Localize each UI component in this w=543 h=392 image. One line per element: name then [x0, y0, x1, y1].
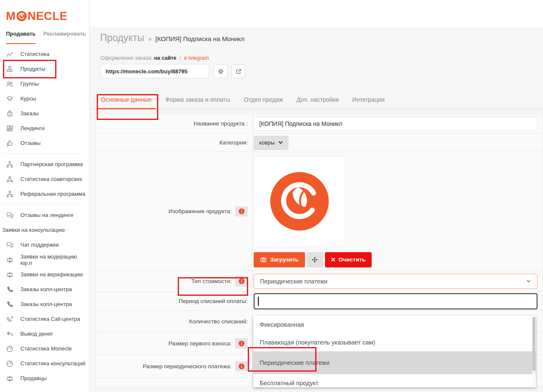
info-icon [238, 278, 245, 284]
breadcrumb-separator: » [148, 35, 151, 42]
dropdown-scrollbar[interactable] [532, 316, 535, 387]
external-link-icon [235, 68, 242, 75]
info-badge[interactable] [235, 206, 248, 217]
sidebar-item-landings[interactable]: Лендинги [0, 121, 89, 136]
logo-text-prefix: M [6, 10, 16, 23]
cubes-icon [6, 65, 14, 73]
tab-advertise[interactable]: Рекламировать [43, 31, 86, 44]
menu-label: Чат поддержки [20, 242, 59, 248]
order-method-line: Оформление заказа: на сайте | в telegram [101, 55, 543, 61]
menu-label: Отзывы [20, 140, 41, 146]
tab-main-data[interactable]: Основные данные [97, 96, 156, 109]
sidebar-item-reviews[interactable]: Отзывы [0, 136, 89, 150]
price-type-select[interactable]: Периодические платежи [254, 274, 537, 289]
dropdown-option-fixed[interactable]: Фиксированная [253, 316, 536, 334]
menu-label: Вывод денег [20, 331, 53, 337]
monecle-leaf-icon [16, 11, 27, 22]
info-badge[interactable] [235, 361, 248, 371]
price-type-label: Тип стоимости: [96, 271, 253, 292]
x-mark-icon [331, 257, 336, 262]
order-telegram-link[interactable]: в telegram [184, 55, 209, 61]
menu-label: Отзывы на лендинге [20, 212, 73, 218]
clear-image-button[interactable]: Очистить [325, 252, 372, 267]
sidebar-item-landing-reviews[interactable]: Отзывы на лендинге [0, 208, 89, 222]
sidebar-item-withdraw[interactable]: Вывод денег [0, 326, 89, 341]
tab-sales-dept[interactable]: Отдел продаж [240, 96, 287, 109]
row-billing-period: Период списаний оплаты: [96, 292, 543, 311]
sidebar-item-callcenter-orders-2[interactable]: Заказы колл-центра [0, 297, 89, 311]
sidebar-item-referral-program[interactable]: Реферальная программа [0, 186, 89, 201]
camera-icon [260, 256, 267, 263]
menu-label: Заявки на консультацию [2, 227, 64, 233]
chart-line-icon [6, 50, 14, 58]
users-icon [6, 80, 14, 88]
org-chart-icon [6, 161, 14, 168]
sidebar-item-statistics[interactable]: Статистика [0, 47, 89, 61]
sidebar-item-verification-requests[interactable]: Заявки на верификацию [0, 267, 89, 282]
row-price-type: Тип стоимости: Периодические платежи [96, 271, 543, 292]
info-badge[interactable] [235, 276, 248, 286]
tab-order-form[interactable]: Форма заказа и оплаты [162, 96, 234, 109]
category-select-button[interactable]: ковры [254, 136, 288, 150]
sidebar-item-orders[interactable]: Заказы [0, 106, 89, 121]
first-payment-label: Размер первого взноса: [96, 332, 253, 354]
product-name-label: Название продукта : [96, 114, 253, 133]
thumb-up-icon [6, 139, 14, 147]
graduation-cap-icon [6, 95, 14, 103]
url-settings-button[interactable] [214, 64, 227, 78]
sidebar: M NECLE Продавать Рекламировать Статисти… [0, 0, 90, 392]
info-badge[interactable] [235, 338, 248, 348]
tab-integrations[interactable]: Интеграции [348, 96, 388, 109]
sidebar-item-products[interactable]: Продукты [0, 61, 89, 76]
info-icon [238, 340, 245, 347]
sidebar-item-moderation-requests[interactable]: Заявки на модерацию юр.п [0, 252, 89, 267]
org-chart-icon [6, 190, 14, 198]
product-leaf-logo-image [268, 170, 331, 233]
menu-label: Заказы колл-центра [20, 286, 72, 292]
url-open-button[interactable] [232, 64, 245, 78]
layout-icon [6, 125, 14, 132]
breadcrumb-root[interactable]: Продукты [100, 32, 144, 44]
sidebar-item-consultation-requests[interactable]: Заявки на консультацию [0, 222, 89, 237]
sidebar-item-callcenter-orders-1[interactable]: Заказы колл-центра [0, 282, 89, 297]
sidebar-item-partner-program[interactable]: Партнерская программа [0, 157, 89, 172]
dropdown-option-recurring[interactable]: Периодические платежи [253, 351, 536, 374]
menu-label: Статистика Monecle [20, 345, 72, 352]
monecle-logo[interactable]: M NECLE [0, 0, 89, 25]
move-icon [312, 257, 318, 263]
menu-label: Продукты [20, 66, 45, 72]
price-type-dropdown: Фиксированная Плавающая (покупатель указ… [253, 316, 536, 387]
tab-sell[interactable]: Продавать [6, 31, 36, 44]
sidebar-item-groups[interactable]: Группы [0, 76, 89, 91]
sidebar-mode-tabs: Продавать Рекламировать [0, 25, 89, 44]
phone-call-icon [6, 315, 14, 323]
billing-period-label: Период списаний оплаты: [96, 292, 253, 310]
billing-period-input[interactable] [254, 293, 537, 309]
sidebar-item-courses[interactable]: Курсы [0, 91, 89, 106]
sidebar-item-sellers[interactable]: Продавцы [0, 371, 89, 386]
recurring-payment-label: Размер периодического платежа: [96, 355, 253, 378]
menu-label: Заказы [20, 110, 39, 117]
tab-extra-settings[interactable]: Доп. настройки [293, 96, 342, 109]
sidebar-item-callcenter-stats[interactable]: Статистика Call-центра [0, 311, 89, 326]
chevron-down-icon [278, 141, 283, 145]
buy-url-input[interactable] [101, 64, 209, 78]
chevron-down-icon [526, 279, 531, 283]
sidebar-item-support-chat[interactable]: Чат поддержки [0, 237, 89, 252]
menu-label: Заявки на модерацию юр.п [20, 253, 89, 266]
gauge-icon [6, 360, 14, 367]
product-name-input[interactable] [254, 117, 537, 131]
dropdown-option-free[interactable]: Бесплатный продукт [253, 374, 536, 387]
sidebar-item-coauthor-stats[interactable]: Статистика соавторских [0, 172, 89, 186]
sidebar-item-monecle-stats[interactable]: Статистика Monecle [0, 341, 89, 356]
topbar [90, 0, 543, 28]
sidebar-item-consultation-stats[interactable]: Статистика консультаций [0, 356, 89, 371]
move-image-button[interactable] [307, 252, 323, 267]
upload-image-button[interactable]: Загрузить [254, 252, 305, 267]
order-method-label: Оформление заказа: [101, 55, 152, 61]
scrollbar-thumb[interactable] [532, 317, 535, 371]
dropdown-option-floating[interactable]: Плавающая (покупатель указывает сам) [253, 334, 536, 351]
info-icon [238, 363, 245, 370]
menu-label: Статистика Call-центра [20, 316, 80, 322]
order-on-site-link[interactable]: на сайте [154, 55, 176, 61]
